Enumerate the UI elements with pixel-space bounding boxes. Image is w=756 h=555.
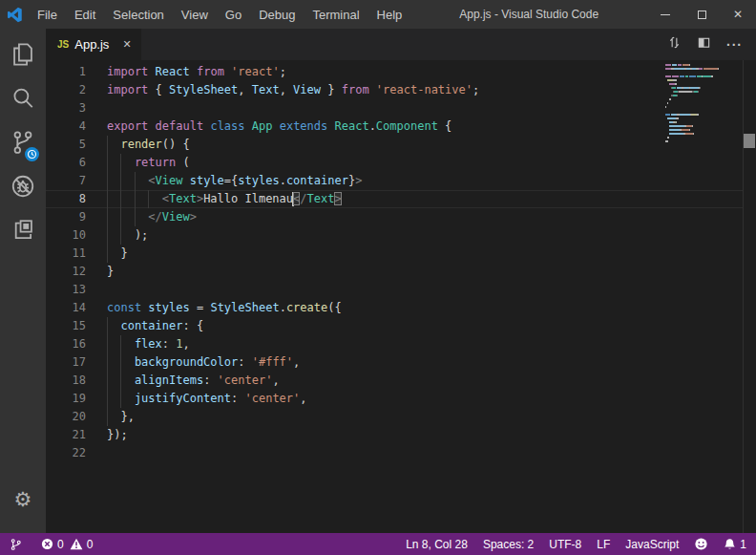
notifications-bell[interactable]: 1	[724, 538, 746, 551]
tab-close-icon[interactable]: ✕	[122, 38, 131, 51]
code-line[interactable]: 10);	[46, 226, 743, 245]
minimize-button[interactable]	[647, 0, 683, 29]
eol-setting[interactable]: LF	[597, 538, 610, 551]
code-line[interactable]: 2import { StyleSheet, Text, View } from …	[46, 81, 743, 99]
menu-terminal[interactable]: Terminal	[304, 8, 368, 22]
line-number[interactable]: 1	[46, 63, 107, 81]
feedback-smiley-icon[interactable]	[694, 537, 708, 551]
code-line[interactable]: 19justifyContent: 'center',	[46, 390, 743, 408]
line-number[interactable]: 19	[46, 390, 107, 408]
encoding-setting[interactable]: UTF-8	[549, 538, 581, 551]
code-line[interactable]: 12}	[46, 263, 743, 281]
code-content: flex: 1,	[107, 335, 190, 353]
warnings-indicator[interactable]: 0	[70, 538, 94, 551]
line-number[interactable]: 7	[46, 172, 107, 190]
sync-arrows-icon[interactable]	[667, 35, 682, 53]
indent-guide	[120, 154, 134, 172]
code-line[interactable]: 15container: {	[46, 317, 743, 335]
code-line[interactable]: 11}	[46, 245, 743, 263]
sidebar-item-source-control[interactable]	[0, 122, 46, 166]
line-number[interactable]: 18	[46, 372, 107, 390]
split-editor-icon[interactable]	[697, 35, 711, 53]
code-token: style	[190, 174, 224, 187]
line-number[interactable]: 5	[46, 136, 107, 154]
menu-go[interactable]: Go	[217, 8, 250, 22]
code-line[interactable]: 18alignItems: 'center',	[46, 372, 743, 390]
line-number[interactable]: 11	[46, 245, 107, 263]
line-number[interactable]: 4	[46, 117, 107, 136]
code-line[interactable]: 5render() {	[46, 136, 743, 154]
code-token: default	[156, 119, 204, 133]
line-number[interactable]: 9	[46, 208, 107, 226]
code-line[interactable]: 13	[46, 281, 743, 299]
errors-count: 0	[57, 538, 64, 551]
line-number[interactable]: 6	[46, 154, 107, 172]
line-number[interactable]: 8	[46, 190, 107, 208]
code-line[interactable]: 8<Text>Hallo Ilmenau</Text>	[46, 190, 743, 208]
code-token: from	[342, 83, 369, 96]
menu-view[interactable]: View	[173, 8, 217, 22]
code-editor[interactable]: 1import React from 'react';2import { Sty…	[46, 60, 756, 533]
code-token: export	[107, 119, 148, 133]
code-line[interactable]: 14const styles = StyleSheet.create({	[46, 299, 743, 317]
close-button[interactable]: ✕	[720, 0, 756, 29]
settings-gear-button[interactable]: ⚙	[0, 478, 46, 522]
line-number[interactable]: 3	[46, 99, 107, 117]
code-token: View	[156, 174, 183, 187]
overview-ruler[interactable]	[743, 60, 756, 533]
indentation-setting[interactable]: Spaces: 2	[483, 538, 534, 551]
line-number[interactable]: 13	[46, 281, 107, 299]
code-token: >	[190, 210, 197, 224]
code-line[interactable]: 17backgroundColor: '#fff',	[46, 353, 743, 372]
menu-file[interactable]: File	[29, 8, 66, 22]
line-number[interactable]: 10	[46, 226, 107, 245]
code-token: View	[162, 210, 190, 224]
line-number[interactable]: 17	[46, 353, 107, 372]
code-token: : {	[182, 319, 203, 332]
sidebar-item-explorer[interactable]	[0, 34, 46, 78]
indent-guide	[120, 172, 134, 190]
menu-edit[interactable]: Edit	[66, 8, 104, 22]
menu-bar: FileEditSelectionViewGoDebugTerminalHelp	[29, 8, 410, 22]
menu-debug[interactable]: Debug	[250, 8, 304, 22]
code-content: import { StyleSheet, Text, View } from '…	[107, 81, 479, 99]
code-line[interactable]: 1import React from 'react';	[46, 63, 743, 81]
code-line[interactable]: 4export default class App extends React.…	[46, 117, 743, 136]
code-line[interactable]: 6return (	[46, 154, 743, 172]
line-number[interactable]: 15	[46, 317, 107, 335]
line-number[interactable]: 14	[46, 299, 107, 317]
code-line[interactable]: 21});	[46, 426, 743, 444]
code-token: import	[107, 65, 148, 78]
code-line[interactable]: 7<View style={styles.container}>	[46, 172, 743, 190]
menu-selection[interactable]: Selection	[104, 8, 172, 22]
sidebar-item-search[interactable]	[0, 78, 46, 122]
minimap[interactable]	[665, 63, 742, 147]
tab-app-js[interactable]: JS App.js ✕	[46, 29, 141, 60]
line-number[interactable]: 12	[46, 263, 107, 281]
code-line[interactable]: 16flex: 1,	[46, 335, 743, 353]
indent-guide	[120, 190, 134, 208]
code-token: },	[120, 410, 134, 423]
line-number[interactable]: 21	[46, 426, 107, 444]
line-number[interactable]: 20	[46, 408, 107, 426]
code-token: justifyContent	[135, 392, 231, 405]
sidebar-item-debug[interactable]	[0, 166, 46, 210]
code-token: >	[355, 174, 362, 187]
code-token: flex	[135, 337, 162, 351]
code-line[interactable]: 9</View>	[46, 208, 743, 226]
code-line[interactable]: 20},	[46, 408, 743, 426]
code-line[interactable]: 22	[46, 444, 743, 462]
sidebar-item-extensions[interactable]	[0, 210, 46, 254]
maximize-button[interactable]	[683, 0, 720, 29]
line-number[interactable]: 2	[46, 81, 107, 99]
cursor-position[interactable]: Ln 8, Col 28	[406, 538, 468, 551]
indent-guide	[120, 390, 134, 408]
code-line[interactable]: 3	[46, 99, 743, 117]
more-actions-icon[interactable]: ···	[726, 37, 743, 53]
line-number[interactable]: 22	[46, 444, 107, 462]
language-mode[interactable]: JavaScript	[625, 538, 679, 551]
menu-help[interactable]: Help	[368, 8, 411, 22]
git-branch-icon[interactable]	[10, 538, 22, 551]
errors-indicator[interactable]: 0	[41, 538, 64, 551]
line-number[interactable]: 16	[46, 335, 107, 353]
